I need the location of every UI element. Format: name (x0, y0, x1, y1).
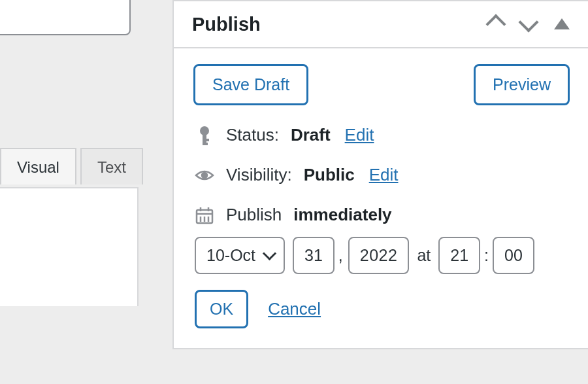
save-draft-button[interactable]: Save Draft (193, 64, 308, 105)
status-label: Status: (226, 125, 279, 145)
publish-body: Save Draft Preview Status: Draft Edit Vi… (174, 48, 588, 348)
month-select[interactable]: 10-Oct (195, 237, 285, 274)
status-edit-link[interactable]: Edit (345, 125, 374, 145)
publish-actions-row: Save Draft Preview (193, 64, 570, 105)
hour-input[interactable]: 21 (438, 237, 480, 274)
tab-visual[interactable]: Visual (0, 148, 76, 184)
publish-header: Publish (174, 1, 588, 48)
title-input-outline (0, 0, 131, 35)
preview-label: Preview (493, 75, 551, 94)
svg-point-4 (202, 173, 207, 178)
svg-rect-2 (203, 139, 209, 141)
publish-header-controls (489, 13, 570, 35)
at-text: at (417, 246, 431, 265)
move-down-icon[interactable] (521, 15, 536, 33)
key-icon (195, 126, 214, 145)
preview-button[interactable]: Preview (474, 64, 570, 105)
tab-visual-label: Visual (17, 158, 59, 176)
move-up-icon[interactable] (489, 13, 503, 35)
schedule-label-b: immediately (293, 205, 391, 225)
eye-icon (195, 169, 214, 182)
day-input[interactable]: 31 (293, 237, 335, 274)
ok-label: OK (210, 300, 233, 318)
editor-content-area[interactable] (0, 187, 139, 306)
ok-button[interactable]: OK (195, 290, 248, 328)
calendar-icon (195, 206, 214, 224)
status-row: Status: Draft Edit (195, 125, 570, 145)
schedule-confirm-row: OK Cancel (195, 290, 570, 328)
status-value: Draft (291, 125, 331, 145)
day-value: 31 (304, 246, 323, 265)
chevron-down-icon (263, 247, 276, 260)
schedule-label-a: Publish (226, 205, 282, 225)
minute-input[interactable]: 00 (493, 237, 534, 274)
year-value: 2022 (360, 246, 398, 265)
visibility-row: Visibility: Public Edit (195, 165, 570, 185)
cancel-link[interactable]: Cancel (268, 299, 321, 319)
visibility-edit-link[interactable]: Edit (369, 165, 399, 185)
tab-text[interactable]: Text (80, 148, 143, 184)
save-draft-label: Save Draft (212, 75, 289, 94)
date-comma: , (338, 246, 343, 265)
month-value: 10-Oct (206, 246, 255, 265)
minute-value: 00 (504, 246, 523, 265)
editor-tabs: Visual Text (0, 148, 143, 184)
publish-panel: Publish Save Draft Preview Status: Draft… (172, 0, 588, 349)
toggle-panel-icon[interactable] (554, 15, 570, 33)
hour-value: 21 (450, 246, 468, 265)
visibility-value: Public (304, 165, 355, 185)
visibility-label: Visibility: (226, 165, 292, 185)
time-separator: : (484, 246, 489, 265)
year-input[interactable]: 2022 (348, 237, 410, 274)
schedule-date-row: 10-Oct 31 , 2022 at 21 : 00 (195, 237, 570, 274)
schedule-row: Publish immediately (195, 205, 570, 225)
publish-title: Publish (192, 14, 261, 35)
tab-text-label: Text (97, 158, 126, 176)
svg-rect-3 (203, 143, 208, 145)
